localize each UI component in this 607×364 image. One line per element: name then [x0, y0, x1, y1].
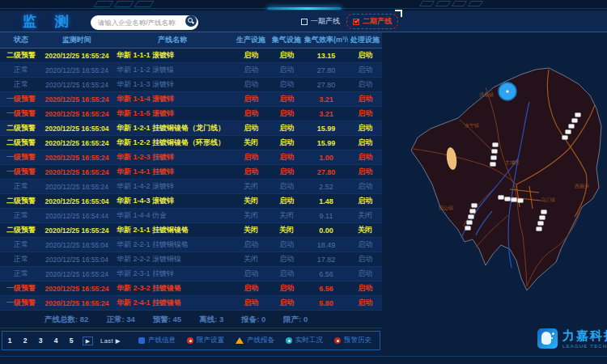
table-row[interactable]: 正常2020/12/25 16:55:24华新 2-3-1 挂镀锌启动启动6.5… [0, 267, 382, 281]
site-marker[interactable] [572, 119, 578, 123]
site-marker[interactable] [540, 216, 545, 220]
cell-time: 2020/12/25 16:55:24 [42, 52, 112, 60]
table-row[interactable]: 一级预警2020/12/25 16:55:24华新 2-3-2 挂镀镍铬启动启动… [0, 281, 382, 296]
table-row[interactable]: 一级预警2020/12/25 16:55:24华新 1-4-1 挂镀锌启动启动2… [0, 165, 382, 180]
table-row[interactable]: 正常2020/12/25 16:55:24华新 1-1-2 滚镀镍启动启动27.… [0, 63, 382, 78]
cell-time: 2020/12/25 16:55:24 [42, 226, 112, 235]
page-button[interactable]: 5 [67, 336, 75, 345]
site-marker[interactable] [541, 210, 547, 214]
site-marker[interactable] [566, 130, 571, 134]
site-marker[interactable] [472, 204, 478, 208]
table-row[interactable]: 正常2020/12/25 16:54:44华新 1-4-4 仿金关闭关闭9.11… [0, 209, 382, 223]
site-marker[interactable] [518, 199, 524, 203]
cell-eff: 27.80 [304, 81, 348, 89]
site-marker[interactable] [499, 196, 504, 200]
phase1-checkbox[interactable]: 一期产线 [301, 16, 340, 27]
summary-item: 产线总数: 82 [45, 315, 88, 325]
site-marker[interactable] [505, 197, 511, 201]
cell-eff: 17.82 [304, 256, 348, 264]
table-row[interactable]: 一级预警2020/12/25 16:55:24华新 1-1-5 滚镀锌启动启动3… [0, 107, 382, 121]
cluster-marker-dot [506, 90, 508, 92]
site-marker[interactable] [575, 113, 581, 117]
cell-prod: 启动 [233, 239, 269, 250]
table-row[interactable]: 二级预警2020/12/25 16:55:04华新 1-4-3 滚镀锌关闭启动1… [0, 194, 382, 209]
phase2-checkbox[interactable]: 二期产线 [346, 14, 398, 29]
table-row[interactable]: 正常2020/12/25 16:55:04华新 2-2-1 挂镀铜镍铬启动启动1… [0, 238, 382, 252]
cell-gas: 关闭 [269, 210, 304, 221]
search-input[interactable] [91, 15, 198, 30]
page-button[interactable]: 2 [21, 336, 29, 345]
cell-gas: 关闭 [269, 225, 304, 235]
cell-status: 二级预警 [0, 123, 42, 133]
cell-time: 2020/12/25 16:55:24 [42, 270, 112, 278]
summary-item: 正常: 34 [106, 315, 134, 325]
pagination: 12345▶Last ▶ [6, 336, 121, 345]
cell-treat: 启动 [348, 94, 382, 104]
table-row[interactable]: 二级预警2020/12/25 16:55:04华新 1-2-1 挂镀铜镍铬（龙门… [0, 121, 382, 136]
cell-name: 华新 1-1-2 滚镀镍 [112, 65, 233, 75]
site-marker[interactable] [511, 198, 517, 202]
cell-prod: 关闭 [233, 138, 269, 148]
cell-name: 华新 2-4-1 挂镀镍铬 [112, 298, 233, 308]
cell-eff: 2.52 [304, 183, 348, 191]
cell-prod: 启动 [233, 123, 269, 133]
legend-item[interactable]: 产线信息 [138, 336, 176, 345]
table-row[interactable]: 二级预警2020/12/25 16:55:24华新 1-2-2 挂镀铜镍铬（环形… [0, 136, 382, 150]
last-page-button[interactable]: Last ▶ [100, 337, 121, 345]
site-marker[interactable] [465, 226, 471, 231]
table-row[interactable]: 一级预警2020/12/25 16:55:24华新 1-1-4 滚镀锌启动启动3… [0, 92, 382, 107]
site-marker[interactable] [470, 210, 476, 214]
district-map[interactable]: 汤泉镇永宁镇主城区西丽乡乌江镇阳山镇 [395, 45, 607, 327]
legend-item[interactable]: 实时工况 [286, 336, 323, 345]
legend-item[interactable]: 预警历史 [334, 336, 371, 345]
cell-eff: 1.48 [304, 197, 348, 205]
cell-treat: 启动 [348, 138, 382, 148]
page-button[interactable]: 1 [6, 336, 14, 345]
site-marker[interactable] [493, 143, 499, 147]
site-marker[interactable] [469, 215, 474, 219]
page-button[interactable]: 4 [52, 336, 60, 345]
legend-item[interactable]: 产线报备 [236, 336, 274, 345]
table-row[interactable]: 二级预警2020/12/25 16:55:24华新 2-1-1 挂镀铜镍铬关闭关… [0, 223, 382, 238]
site-marker[interactable] [492, 150, 498, 154]
cell-prod: 关闭 [233, 181, 269, 192]
table-row[interactable]: 正常2020/12/25 16:55:24华新 1-4-2 滚镀锌关闭启动2.5… [0, 180, 382, 194]
cell-prod: 启动 [233, 94, 269, 104]
cell-status: 一级预警 [0, 94, 42, 104]
预警历史-icon [334, 337, 341, 344]
cell-status: 一级预警 [0, 167, 42, 177]
cell-gas: 启动 [269, 196, 304, 206]
site-marker[interactable] [491, 156, 497, 160]
cell-time: 2020/12/25 16:55:24 [42, 183, 112, 191]
site-marker[interactable] [490, 163, 496, 167]
summary-item: 预警: 45 [153, 315, 181, 325]
cell-name: 华新 1-2-2 挂镀铜镍铬（环形线） [112, 138, 233, 148]
search-button[interactable] [185, 15, 197, 27]
cell-gas: 启动 [269, 283, 304, 294]
cell-treat: 启动 [348, 65, 382, 75]
next-page-button[interactable]: ▶ [83, 336, 93, 345]
cell-status: 二级预警 [0, 138, 42, 148]
site-marker[interactable] [537, 227, 542, 231]
cell-gas: 启动 [269, 181, 304, 192]
cell-name: 华新 2-1-1 挂镀铜镍铬 [112, 225, 233, 235]
site-marker[interactable] [569, 125, 575, 129]
cell-name: 华新 1-2-1 挂镀铜镍铬（龙门线） [112, 123, 233, 133]
phase1-label: 一期产线 [311, 16, 340, 27]
table-row[interactable]: 正常2020/12/25 16:55:04华新 2-2-2 滚镀铜镍关闭启动17… [0, 252, 382, 267]
top-decor-strip [0, 0, 607, 11]
table-row[interactable]: 正常2020/12/25 16:55:24华新 1-1-3 滚镀锌启动启动27.… [0, 78, 382, 92]
site-marker[interactable] [467, 221, 473, 225]
cell-status: 二级预警 [0, 50, 42, 61]
place-label: 乌江镇 [541, 197, 555, 203]
legend-item[interactable]: 限产设置 [187, 336, 224, 345]
table-row[interactable]: 一级预警2020/12/25 16:55:24华新 2-4-1 挂镀镍铬启动启动… [0, 296, 382, 311]
page-button[interactable]: 3 [36, 336, 45, 345]
cell-treat: 启动 [348, 152, 382, 163]
site-marker[interactable] [538, 222, 544, 226]
site-marker[interactable] [562, 136, 568, 140]
table-row[interactable]: 二级预警2020/12/25 16:55:24华新 1-1-1 滚镀锌启动启动1… [0, 49, 382, 63]
cell-prod: 关闭 [233, 254, 269, 265]
table-row[interactable]: 一级预警2020/12/25 16:55:24华新 1-2-3 挂镀锌启动启动1… [0, 150, 382, 165]
cell-treat: 关闭 [348, 210, 382, 221]
